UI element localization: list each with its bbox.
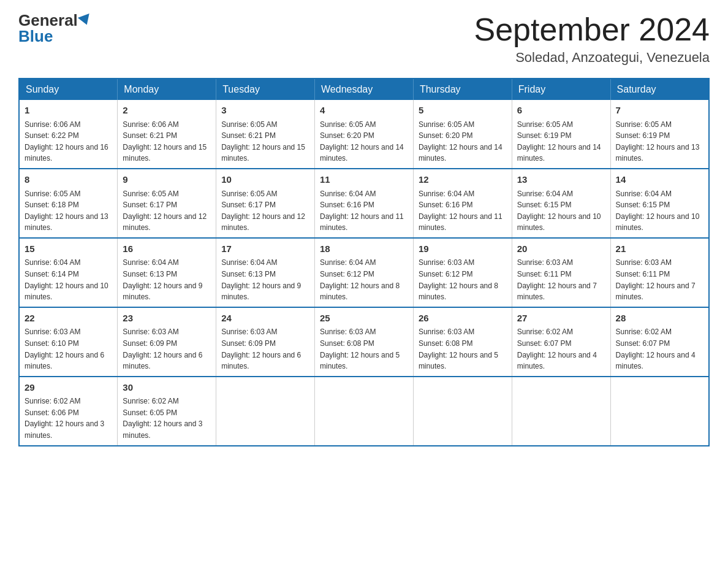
calendar-cell: 5Sunrise: 6:05 AMSunset: 6:20 PMDaylight… bbox=[413, 100, 512, 169]
month-title: September 2024 bbox=[474, 12, 710, 47]
day-info: Sunrise: 6:04 AMSunset: 6:13 PMDaylight:… bbox=[123, 257, 211, 302]
calendar-cell: 4Sunrise: 6:05 AMSunset: 6:20 PMDaylight… bbox=[315, 100, 414, 169]
day-number: 11 bbox=[320, 173, 408, 187]
weekday-header-monday: Monday bbox=[118, 79, 216, 100]
day-number: 21 bbox=[616, 242, 703, 256]
calendar-cell: 22Sunrise: 6:03 AMSunset: 6:10 PMDayligh… bbox=[19, 307, 118, 377]
day-number: 24 bbox=[221, 312, 309, 326]
calendar-table: SundayMondayTuesdayWednesdayThursdayFrid… bbox=[18, 78, 710, 446]
day-number: 17 bbox=[221, 242, 309, 256]
day-info: Sunrise: 6:05 AMSunset: 6:19 PMDaylight:… bbox=[616, 119, 703, 164]
calendar-cell: 11Sunrise: 6:04 AMSunset: 6:16 PMDayligh… bbox=[315, 169, 414, 238]
day-info: Sunrise: 6:02 AMSunset: 6:07 PMDaylight:… bbox=[517, 326, 605, 372]
calendar-cell bbox=[413, 377, 512, 446]
calendar-cell: 25Sunrise: 6:03 AMSunset: 6:08 PMDayligh… bbox=[315, 307, 414, 377]
day-number: 6 bbox=[517, 104, 605, 118]
day-info: Sunrise: 6:04 AMSunset: 6:12 PMDaylight:… bbox=[320, 257, 408, 302]
calendar-cell: 29Sunrise: 6:02 AMSunset: 6:06 PMDayligh… bbox=[19, 377, 118, 446]
day-number: 3 bbox=[221, 104, 309, 118]
day-number: 12 bbox=[419, 173, 507, 187]
day-number: 22 bbox=[25, 312, 112, 326]
weekday-header-tuesday: Tuesday bbox=[216, 79, 315, 100]
day-info: Sunrise: 6:04 AMSunset: 6:16 PMDaylight:… bbox=[419, 188, 507, 234]
weekday-header-wednesday: Wednesday bbox=[315, 79, 414, 100]
day-number: 18 bbox=[320, 242, 408, 256]
calendar-week-row: 22Sunrise: 6:03 AMSunset: 6:10 PMDayligh… bbox=[19, 307, 709, 377]
calendar-cell bbox=[216, 377, 315, 446]
day-info: Sunrise: 6:03 AMSunset: 6:08 PMDaylight:… bbox=[320, 326, 408, 372]
location-title: Soledad, Anzoategui, Venezuela bbox=[474, 50, 710, 66]
weekday-header-row: SundayMondayTuesdayWednesdayThursdayFrid… bbox=[19, 79, 709, 100]
day-number: 23 bbox=[123, 312, 211, 326]
day-number: 19 bbox=[419, 242, 507, 256]
day-number: 8 bbox=[25, 173, 112, 187]
calendar-body: 1Sunrise: 6:06 AMSunset: 6:22 PMDaylight… bbox=[19, 100, 709, 445]
day-info: Sunrise: 6:03 AMSunset: 6:08 PMDaylight:… bbox=[419, 326, 507, 372]
day-info: Sunrise: 6:05 AMSunset: 6:19 PMDaylight:… bbox=[517, 119, 605, 164]
day-info: Sunrise: 6:05 AMSunset: 6:17 PMDaylight:… bbox=[123, 188, 211, 234]
calendar-cell: 8Sunrise: 6:05 AMSunset: 6:18 PMDaylight… bbox=[19, 169, 118, 238]
day-info: Sunrise: 6:05 AMSunset: 6:20 PMDaylight:… bbox=[320, 119, 408, 164]
calendar-week-row: 8Sunrise: 6:05 AMSunset: 6:18 PMDaylight… bbox=[19, 169, 709, 238]
logo-blue-text: Blue bbox=[18, 28, 53, 44]
calendar-cell bbox=[315, 377, 414, 446]
day-number: 26 bbox=[419, 312, 507, 326]
calendar-cell: 16Sunrise: 6:04 AMSunset: 6:13 PMDayligh… bbox=[118, 238, 216, 307]
day-info: Sunrise: 6:04 AMSunset: 6:15 PMDaylight:… bbox=[616, 188, 703, 234]
logo-general-text: General bbox=[18, 12, 78, 28]
calendar-cell: 18Sunrise: 6:04 AMSunset: 6:12 PMDayligh… bbox=[315, 238, 414, 307]
calendar-cell: 23Sunrise: 6:03 AMSunset: 6:09 PMDayligh… bbox=[118, 307, 216, 377]
day-number: 2 bbox=[123, 104, 211, 118]
calendar-cell: 7Sunrise: 6:05 AMSunset: 6:19 PMDaylight… bbox=[610, 100, 709, 169]
day-info: Sunrise: 6:04 AMSunset: 6:15 PMDaylight:… bbox=[517, 188, 605, 234]
day-info: Sunrise: 6:06 AMSunset: 6:21 PMDaylight:… bbox=[123, 119, 211, 164]
day-info: Sunrise: 6:04 AMSunset: 6:14 PMDaylight:… bbox=[25, 257, 112, 302]
calendar-cell: 17Sunrise: 6:04 AMSunset: 6:13 PMDayligh… bbox=[216, 238, 315, 307]
logo: General Blue bbox=[18, 12, 91, 44]
calendar-cell: 6Sunrise: 6:05 AMSunset: 6:19 PMDaylight… bbox=[512, 100, 610, 169]
title-area: September 2024 Soledad, Anzoategui, Vene… bbox=[474, 12, 710, 66]
day-info: Sunrise: 6:05 AMSunset: 6:20 PMDaylight:… bbox=[419, 119, 507, 164]
calendar-cell: 9Sunrise: 6:05 AMSunset: 6:17 PMDaylight… bbox=[118, 169, 216, 238]
day-number: 27 bbox=[517, 312, 605, 326]
day-number: 1 bbox=[25, 104, 112, 118]
calendar-cell: 20Sunrise: 6:03 AMSunset: 6:11 PMDayligh… bbox=[512, 238, 610, 307]
calendar-cell: 10Sunrise: 6:05 AMSunset: 6:17 PMDayligh… bbox=[216, 169, 315, 238]
day-info: Sunrise: 6:04 AMSunset: 6:16 PMDaylight:… bbox=[320, 188, 408, 234]
calendar-cell: 3Sunrise: 6:05 AMSunset: 6:21 PMDaylight… bbox=[216, 100, 315, 169]
day-info: Sunrise: 6:03 AMSunset: 6:09 PMDaylight:… bbox=[123, 326, 211, 372]
weekday-header-friday: Friday bbox=[512, 79, 610, 100]
calendar-header: SundayMondayTuesdayWednesdayThursdayFrid… bbox=[19, 79, 709, 100]
day-number: 20 bbox=[517, 242, 605, 256]
day-info: Sunrise: 6:03 AMSunset: 6:12 PMDaylight:… bbox=[419, 257, 507, 302]
day-number: 4 bbox=[320, 104, 408, 118]
day-number: 7 bbox=[616, 104, 703, 118]
calendar-cell: 14Sunrise: 6:04 AMSunset: 6:15 PMDayligh… bbox=[610, 169, 709, 238]
calendar-cell: 1Sunrise: 6:06 AMSunset: 6:22 PMDaylight… bbox=[19, 100, 118, 169]
day-number: 29 bbox=[25, 381, 112, 395]
calendar-cell: 30Sunrise: 6:02 AMSunset: 6:05 PMDayligh… bbox=[118, 377, 216, 446]
calendar-cell bbox=[512, 377, 610, 446]
calendar-cell: 24Sunrise: 6:03 AMSunset: 6:09 PMDayligh… bbox=[216, 307, 315, 377]
day-number: 5 bbox=[419, 104, 507, 118]
day-number: 9 bbox=[123, 173, 211, 187]
calendar-cell: 19Sunrise: 6:03 AMSunset: 6:12 PMDayligh… bbox=[413, 238, 512, 307]
weekday-header-thursday: Thursday bbox=[413, 79, 512, 100]
day-info: Sunrise: 6:03 AMSunset: 6:11 PMDaylight:… bbox=[517, 257, 605, 302]
day-number: 30 bbox=[123, 381, 211, 395]
day-number: 15 bbox=[25, 242, 112, 256]
day-number: 14 bbox=[616, 173, 703, 187]
day-info: Sunrise: 6:02 AMSunset: 6:05 PMDaylight:… bbox=[123, 396, 211, 441]
calendar-cell: 28Sunrise: 6:02 AMSunset: 6:07 PMDayligh… bbox=[610, 307, 709, 377]
day-info: Sunrise: 6:05 AMSunset: 6:21 PMDaylight:… bbox=[221, 119, 309, 164]
day-number: 16 bbox=[123, 242, 211, 256]
calendar-week-row: 29Sunrise: 6:02 AMSunset: 6:06 PMDayligh… bbox=[19, 377, 709, 446]
calendar-cell: 26Sunrise: 6:03 AMSunset: 6:08 PMDayligh… bbox=[413, 307, 512, 377]
day-info: Sunrise: 6:05 AMSunset: 6:18 PMDaylight:… bbox=[25, 188, 112, 234]
day-info: Sunrise: 6:04 AMSunset: 6:13 PMDaylight:… bbox=[221, 257, 309, 302]
weekday-header-sunday: Sunday bbox=[19, 79, 118, 100]
day-info: Sunrise: 6:02 AMSunset: 6:07 PMDaylight:… bbox=[616, 326, 703, 372]
day-info: Sunrise: 6:03 AMSunset: 6:09 PMDaylight:… bbox=[221, 326, 309, 372]
calendar-cell: 12Sunrise: 6:04 AMSunset: 6:16 PMDayligh… bbox=[413, 169, 512, 238]
day-info: Sunrise: 6:05 AMSunset: 6:17 PMDaylight:… bbox=[221, 188, 309, 234]
